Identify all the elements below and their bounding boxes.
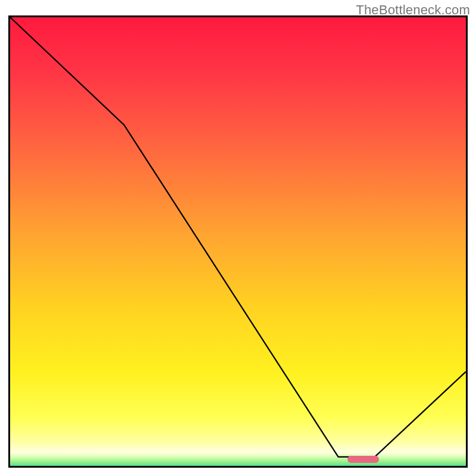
optimal-range-marker [347,456,380,463]
chart-container: TheBottleneck.com [0,0,476,476]
plot-frame [8,15,468,468]
bottleneck-curve [10,17,466,466]
